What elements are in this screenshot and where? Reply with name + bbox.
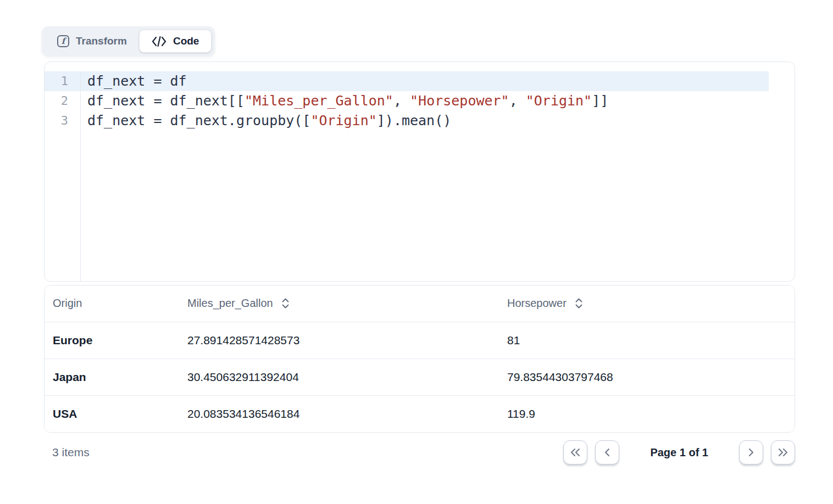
first-page-button[interactable] — [563, 440, 587, 464]
column-header-origin: Origin — [45, 285, 179, 322]
tab-code-label: Code — [173, 35, 199, 47]
code-line[interactable]: 2 df_next = df_next[["Miles_per_Gallon",… — [45, 91, 795, 111]
cell-miles-per-gallon: 20.083534136546184 — [179, 395, 499, 432]
line-number: 1 — [45, 71, 81, 91]
code-editor[interactable]: 1 df_next = df 2 df_next = df_next[["Mil… — [44, 61, 795, 282]
function-icon: f — [57, 35, 69, 47]
pagination: Page 1 of 1 — [563, 440, 795, 464]
chevron-double-left-icon — [569, 447, 581, 458]
tab-transform-label: Transform — [76, 35, 127, 47]
last-page-button[interactable] — [771, 440, 795, 464]
next-page-button[interactable] — [739, 440, 763, 464]
result-table: Origin Miles_per_Gallon — [44, 285, 795, 433]
cell-horsepower: 119.9 — [499, 395, 795, 432]
sort-icon[interactable] — [281, 298, 290, 309]
cell-origin: Japan — [45, 359, 179, 395]
editor-empty-area[interactable] — [45, 131, 795, 281]
editor-right-gutter — [769, 111, 795, 131]
cell-miles-per-gallon: 27.891428571428573 — [179, 322, 499, 359]
chevron-right-icon — [746, 447, 757, 458]
chevron-double-right-icon — [777, 447, 789, 458]
table-row: Japan 30.450632911392404 79.835443037974… — [45, 359, 795, 395]
line-number: 3 — [45, 111, 81, 131]
cell-horsepower: 81 — [499, 322, 795, 359]
page-indicator: Page 1 of 1 — [650, 446, 708, 459]
cell-miles-per-gallon: 30.450632911392404 — [179, 359, 499, 395]
sort-icon[interactable] — [575, 298, 583, 309]
prev-page-button[interactable] — [595, 440, 619, 464]
code-text: df_next = df — [87, 73, 187, 89]
items-count: 3 items — [44, 446, 90, 459]
chevron-left-icon — [602, 447, 613, 458]
code-line[interactable]: 1 df_next = df — [45, 71, 795, 91]
line-number: 2 — [45, 91, 81, 111]
tab-transform[interactable]: f Transform — [45, 30, 139, 52]
cell-origin: USA — [45, 395, 179, 432]
code-icon — [152, 36, 166, 47]
table-row: USA 20.083534136546184 119.9 — [45, 395, 795, 432]
table-row: Europe 27.891428571428573 81 — [45, 322, 795, 359]
column-header-horsepower[interactable]: Horsepower — [499, 285, 795, 322]
code-text: df_next = df_next[["Miles_per_Gallon", "… — [81, 91, 769, 111]
table-footer: 3 items Page 1 of 1 — [44, 440, 795, 464]
cell-origin: Europe — [45, 322, 179, 359]
cell-horsepower: 79.83544303797468 — [499, 359, 795, 395]
editor-right-gutter — [769, 71, 795, 91]
code-line[interactable]: 3 df_next = df_next.groupby(["Origin"]).… — [45, 111, 795, 131]
column-header-miles-per-gallon[interactable]: Miles_per_Gallon — [179, 285, 499, 322]
editor-right-gutter — [769, 91, 795, 111]
tab-code[interactable]: Code — [139, 30, 212, 53]
code-text: df_next = df_next.groupby(["Origin"]).me… — [81, 111, 769, 131]
view-mode-segmented-control: f Transform Code — [42, 26, 215, 56]
table-header-row: Origin Miles_per_Gallon — [45, 285, 795, 322]
